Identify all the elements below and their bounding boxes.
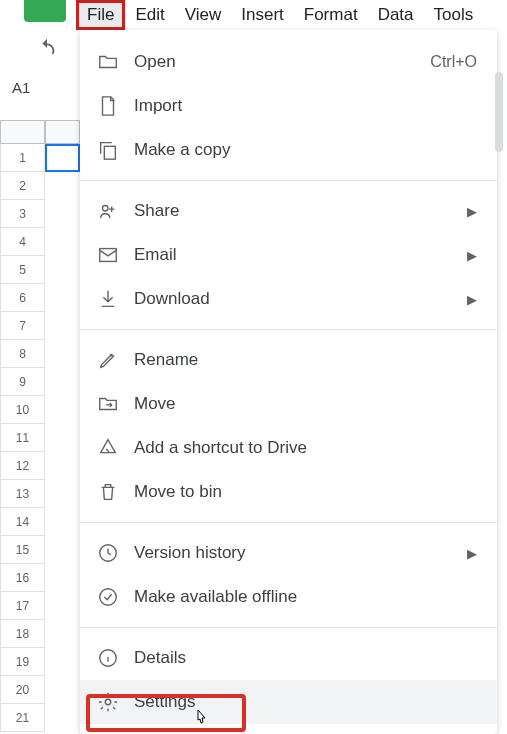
email-icon bbox=[96, 244, 120, 266]
gear-icon bbox=[96, 691, 120, 713]
menu-item-version-history[interactable]: Version history ▶ bbox=[80, 531, 497, 575]
share-icon bbox=[96, 200, 120, 222]
file-menu-dropdown: Open Ctrl+O Import Make a copy Share ▶ E… bbox=[80, 30, 497, 734]
menu-insert[interactable]: Insert bbox=[231, 1, 294, 29]
row-header[interactable]: 5 bbox=[0, 256, 45, 284]
row-header[interactable]: 6 bbox=[0, 284, 45, 312]
import-icon bbox=[96, 95, 120, 117]
download-icon bbox=[96, 288, 120, 310]
chevron-right-icon: ▶ bbox=[467, 546, 477, 561]
menu-item-label: Settings bbox=[134, 692, 195, 712]
select-all-corner[interactable] bbox=[0, 120, 45, 144]
menu-item-rename[interactable]: Rename bbox=[80, 338, 497, 382]
sheets-logo bbox=[24, 0, 66, 22]
menu-item-settings[interactable]: Settings bbox=[80, 680, 497, 724]
menu-item-add-shortcut[interactable]: Add a shortcut to Drive bbox=[80, 426, 497, 470]
menu-item-label: Details bbox=[134, 648, 186, 668]
drive-shortcut-icon bbox=[96, 437, 120, 459]
menu-file[interactable]: File bbox=[76, 0, 125, 30]
menu-divider bbox=[80, 329, 497, 330]
menu-item-label: Move to bin bbox=[134, 482, 222, 502]
column-header-a[interactable] bbox=[45, 120, 80, 144]
svg-point-6 bbox=[105, 699, 111, 705]
trash-icon bbox=[96, 481, 120, 503]
row-header[interactable]: 2 bbox=[0, 172, 45, 200]
svg-point-4 bbox=[100, 589, 117, 606]
row-header[interactable]: 12 bbox=[0, 452, 45, 480]
row-header[interactable]: 11 bbox=[0, 424, 45, 452]
menu-item-label: Import bbox=[134, 96, 182, 116]
spreadsheet-grid: 123456789101112131415161718192021 bbox=[0, 120, 80, 734]
menu-item-make-copy[interactable]: Make a copy bbox=[80, 128, 497, 172]
chevron-right-icon: ▶ bbox=[467, 204, 477, 219]
row-header[interactable]: 9 bbox=[0, 368, 45, 396]
row-header[interactable]: 7 bbox=[0, 312, 45, 340]
row-header[interactable]: 8 bbox=[0, 340, 45, 368]
row-header[interactable]: 18 bbox=[0, 620, 45, 648]
menu-item-share[interactable]: Share ▶ bbox=[80, 189, 497, 233]
copy-icon bbox=[96, 139, 120, 161]
menu-data[interactable]: Data bbox=[368, 1, 424, 29]
menu-item-move[interactable]: Move bbox=[80, 382, 497, 426]
chevron-right-icon: ▶ bbox=[467, 248, 477, 263]
menu-item-details[interactable]: Details bbox=[80, 636, 497, 680]
row-header[interactable]: 20 bbox=[0, 676, 45, 704]
row-header[interactable]: 17 bbox=[0, 592, 45, 620]
menu-item-label: Make a copy bbox=[134, 140, 230, 160]
row-header[interactable]: 13 bbox=[0, 480, 45, 508]
row-header[interactable]: 15 bbox=[0, 536, 45, 564]
row-header[interactable]: 19 bbox=[0, 648, 45, 676]
menu-divider bbox=[80, 627, 497, 628]
name-box[interactable]: A1 bbox=[4, 77, 38, 98]
menu-item-label: Email bbox=[134, 245, 177, 265]
menu-view[interactable]: View bbox=[175, 1, 232, 29]
menu-item-email[interactable]: Email ▶ bbox=[80, 233, 497, 277]
row-header[interactable]: 4 bbox=[0, 228, 45, 256]
pencil-icon bbox=[96, 349, 120, 371]
menu-item-label: Move bbox=[134, 394, 176, 414]
shortcut-text: Ctrl+O bbox=[430, 53, 477, 71]
menu-divider bbox=[80, 180, 497, 181]
menubar: File Edit View Insert Format Data Tools bbox=[76, 0, 483, 30]
menu-item-label: Download bbox=[134, 289, 210, 309]
menu-item-label: Share bbox=[134, 201, 179, 221]
menu-tools[interactable]: Tools bbox=[424, 1, 484, 29]
menu-item-label: Make available offline bbox=[134, 587, 297, 607]
menu-item-label: Open bbox=[134, 52, 176, 72]
folder-icon bbox=[96, 51, 120, 73]
menu-item-offline[interactable]: Make available offline bbox=[80, 575, 497, 619]
move-folder-icon bbox=[96, 393, 120, 415]
menu-edit[interactable]: Edit bbox=[125, 1, 174, 29]
menu-item-move-to-bin[interactable]: Move to bin bbox=[80, 470, 497, 514]
menu-item-import[interactable]: Import bbox=[80, 84, 497, 128]
menu-format[interactable]: Format bbox=[294, 1, 368, 29]
svg-point-1 bbox=[103, 206, 109, 212]
row-header[interactable]: 16 bbox=[0, 564, 45, 592]
scrollbar[interactable] bbox=[495, 72, 503, 152]
menu-divider bbox=[80, 522, 497, 523]
chevron-right-icon: ▶ bbox=[467, 292, 477, 307]
row-header[interactable]: 3 bbox=[0, 200, 45, 228]
top-bar: File Edit View Insert Format Data Tools bbox=[0, 0, 507, 30]
svg-rect-0 bbox=[104, 146, 115, 159]
menu-item-download[interactable]: Download ▶ bbox=[80, 277, 497, 321]
row-header[interactable]: 1 bbox=[0, 144, 45, 172]
info-icon bbox=[96, 647, 120, 669]
undo-icon[interactable] bbox=[36, 37, 58, 63]
row-header[interactable]: 10 bbox=[0, 396, 45, 424]
menu-item-open[interactable]: Open Ctrl+O bbox=[80, 40, 497, 84]
row-header[interactable]: 21 bbox=[0, 704, 45, 732]
menu-item-label: Version history bbox=[134, 543, 246, 563]
menu-item-label: Rename bbox=[134, 350, 198, 370]
menu-item-label: Add a shortcut to Drive bbox=[134, 438, 307, 458]
row-header[interactable]: 14 bbox=[0, 508, 45, 536]
cell-a1[interactable] bbox=[45, 144, 80, 172]
svg-rect-2 bbox=[100, 249, 117, 262]
history-icon bbox=[96, 542, 120, 564]
offline-icon bbox=[96, 586, 120, 608]
